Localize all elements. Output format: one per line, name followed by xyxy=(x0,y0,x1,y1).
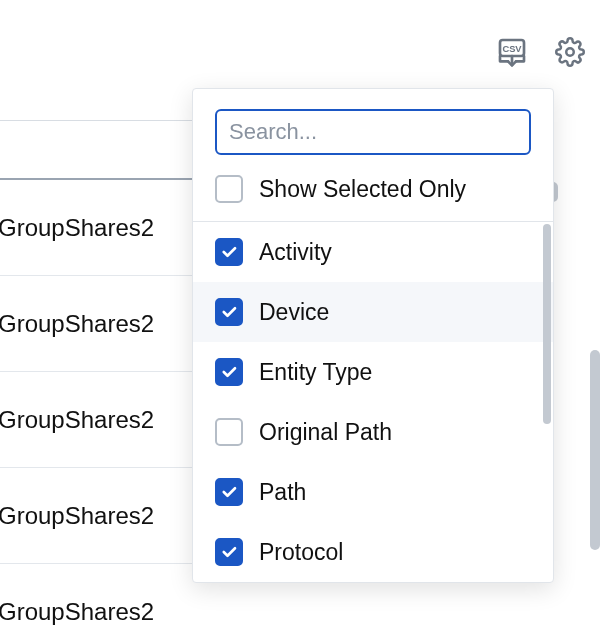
column-option-activity[interactable]: Activity xyxy=(193,222,553,282)
column-option-label: Activity xyxy=(259,239,332,266)
column-option-original-path[interactable]: Original Path xyxy=(193,402,553,462)
column-picker-scrollbar-thumb[interactable] xyxy=(543,224,551,424)
column-picker-search-input[interactable] xyxy=(215,109,531,155)
column-options-list: ActivityDeviceEntity TypeOriginal PathPa… xyxy=(193,222,553,582)
column-option-device[interactable]: Device xyxy=(193,282,553,342)
show-selected-only-label: Show Selected Only xyxy=(259,176,466,203)
svg-point-3 xyxy=(566,48,574,56)
column-option-checkbox[interactable] xyxy=(215,298,243,326)
column-option-checkbox[interactable] xyxy=(215,478,243,506)
column-option-label: Path xyxy=(259,479,306,506)
column-option-path[interactable]: Path xyxy=(193,462,553,522)
table-cell-value: GroupShares2 xyxy=(0,214,154,242)
table-cell-value: GroupShares2 xyxy=(0,502,154,530)
table-cell-value: GroupShares2 xyxy=(0,598,154,626)
column-option-protocol[interactable]: Protocol xyxy=(193,522,553,582)
settings-button[interactable] xyxy=(552,34,588,70)
show-selected-only-checkbox[interactable] xyxy=(215,175,243,203)
gear-icon xyxy=(555,37,585,67)
column-option-label: Entity Type xyxy=(259,359,372,386)
column-option-checkbox[interactable] xyxy=(215,238,243,266)
page-scrollbar-thumb[interactable] xyxy=(590,350,600,550)
table-cell-value: GroupShares2 xyxy=(0,310,154,338)
export-csv-button[interactable]: CSV xyxy=(494,34,530,70)
column-option-label: Protocol xyxy=(259,539,343,566)
table-cell-value: GroupShares2 xyxy=(0,406,154,434)
svg-text:CSV: CSV xyxy=(502,44,522,54)
column-picker-popover: Show Selected Only ActivityDeviceEntity … xyxy=(192,88,554,583)
column-option-entity-type[interactable]: Entity Type xyxy=(193,342,553,402)
column-option-label: Original Path xyxy=(259,419,392,446)
column-option-checkbox[interactable] xyxy=(215,418,243,446)
column-option-label: Device xyxy=(259,299,329,326)
column-option-checkbox[interactable] xyxy=(215,538,243,566)
column-option-checkbox[interactable] xyxy=(215,358,243,386)
csv-icon: CSV xyxy=(496,36,528,68)
toolbar: CSV xyxy=(494,34,588,70)
column-picker-search-wrap xyxy=(193,89,553,169)
show-selected-only-row[interactable]: Show Selected Only xyxy=(193,169,553,222)
